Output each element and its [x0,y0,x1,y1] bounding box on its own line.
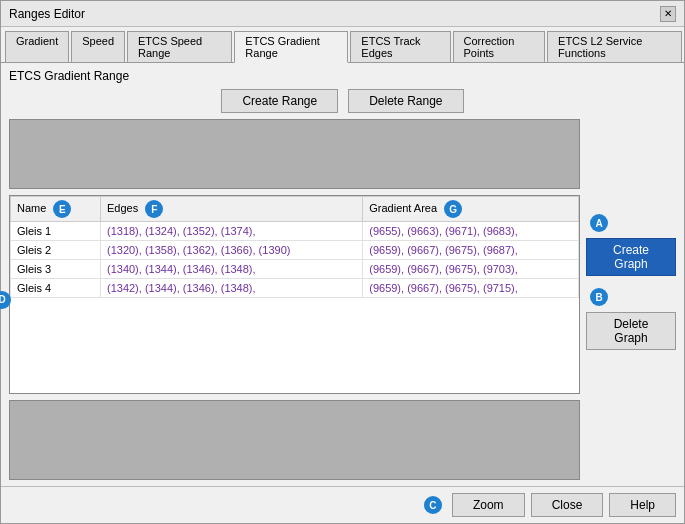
delete-range-button[interactable]: Delete Range [348,89,463,113]
badge-e: E [53,200,71,218]
cell-name-1: Gleis 2 [11,241,101,260]
table-row[interactable]: Gleis 2 (1320), (1358), (1362), (1366), … [11,241,579,260]
create-range-button[interactable]: Create Range [221,89,338,113]
window-title: Ranges Editor [9,7,85,21]
cell-name-0: Gleis 1 [11,222,101,241]
preview-area [9,119,580,189]
cell-gradient-2: (9659), (9667), (9675), (9703), [363,260,579,279]
cell-name-3: Gleis 4 [11,279,101,298]
tab-gradient[interactable]: Gradient [5,31,69,62]
footer: C Zoom Close Help [1,486,684,523]
badge-c-footer: C [424,496,442,514]
bottom-preview-area [9,400,580,480]
tab-speed[interactable]: Speed [71,31,125,62]
section-label: ETCS Gradient Range [9,69,676,83]
table-wrapper: Name E Edges F Gradient Area G [9,195,580,394]
badge-a: A [590,214,608,232]
cell-name-2: Gleis 3 [11,260,101,279]
table-row[interactable]: Gleis 1 (1318), (1324), (1352), (1374), … [11,222,579,241]
tab-correction-points[interactable]: Correction Points [453,31,546,62]
create-graph-button[interactable]: Create Graph [586,238,676,276]
cell-edges-1: (1320), (1358), (1362), (1366), (1390) [100,241,362,260]
cell-gradient-1: (9659), (9667), (9675), (9687), [363,241,579,260]
tab-etcs-track-edges[interactable]: ETCS Track Edges [350,31,450,62]
col-header-edges: Edges F [100,197,362,222]
close-button[interactable]: Close [531,493,604,517]
help-button[interactable]: Help [609,493,676,517]
col-header-name: Name E [11,197,101,222]
title-bar: Ranges Editor ✕ [1,1,684,27]
table-row[interactable]: Gleis 4 (1342), (1344), (1346), (1348), … [11,279,579,298]
left-panel: D Name E [9,119,580,480]
cell-edges-3: (1342), (1344), (1346), (1348), [100,279,362,298]
badge-g: G [444,200,462,218]
delete-graph-button[interactable]: Delete Graph [586,312,676,350]
badge-d: D [0,291,11,309]
tab-etcs-l2[interactable]: ETCS L2 Service Functions [547,31,682,62]
zoom-button[interactable]: Zoom [452,493,525,517]
main-panel: D Name E [9,119,676,480]
cell-gradient-3: (9659), (9667), (9675), (9715), [363,279,579,298]
badge-f: F [145,200,163,218]
main-window: Ranges Editor ✕ Gradient Speed ETCS Spee… [0,0,685,524]
data-table: Name E Edges F Gradient Area G [10,196,579,298]
col-header-gradient: Gradient Area G [363,197,579,222]
close-icon[interactable]: ✕ [660,6,676,22]
toolbar: Create Range Delete Range [9,89,676,113]
tab-etcs-speed-range[interactable]: ETCS Speed Range [127,31,232,62]
right-panel: A Create Graph B Delete Graph [586,119,676,480]
content-area: ETCS Gradient Range Create Range Delete … [1,63,684,486]
badge-b: B [590,288,608,306]
cell-edges-2: (1340), (1344), (1346), (1348), [100,260,362,279]
tab-etcs-gradient-range[interactable]: ETCS Gradient Range [234,31,348,63]
cell-edges-0: (1318), (1324), (1352), (1374), [100,222,362,241]
table-row[interactable]: Gleis 3 (1340), (1344), (1346), (1348), … [11,260,579,279]
tabs-bar: Gradient Speed ETCS Speed Range ETCS Gra… [1,27,684,63]
cell-gradient-0: (9655), (9663), (9671), (9683), [363,222,579,241]
